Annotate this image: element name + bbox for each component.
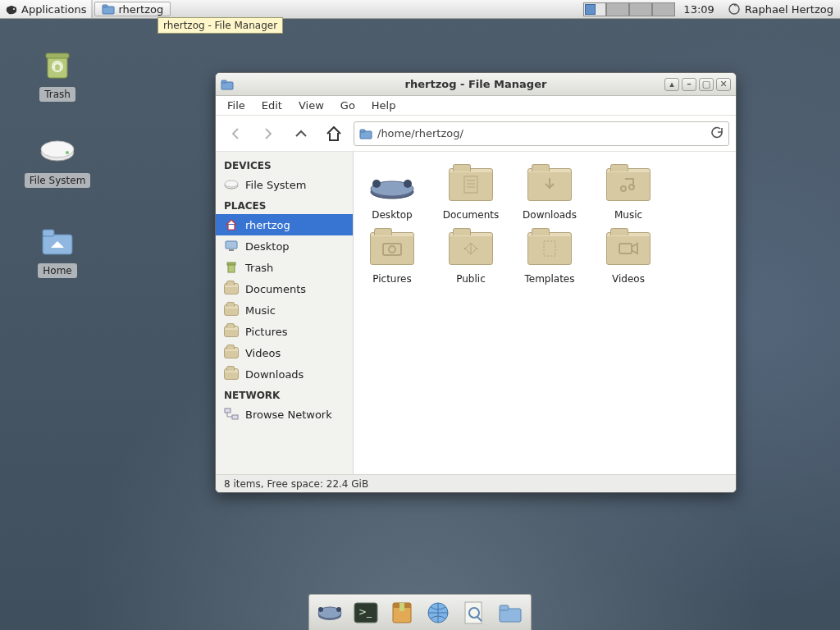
sidebar-header-places: PLACES (216, 195, 353, 214)
file-manager-window: rhertzog - File Manager ▴ – ▢ ✕ File Edi… (215, 72, 737, 493)
folder-item-public[interactable]: Public (439, 227, 503, 285)
workspace-1[interactable] (583, 2, 606, 16)
svg-rect-28 (464, 176, 477, 193)
sidebar-item-downloads[interactable]: Downloads (216, 363, 353, 385)
folder-icon (359, 127, 372, 140)
toolbar: /home/rhertzog/ (216, 116, 736, 152)
desktop-icon (224, 239, 239, 253)
titlebar[interactable]: rhertzog - File Manager ▴ – ▢ ✕ (216, 73, 736, 96)
svg-rect-21 (227, 262, 235, 265)
dock-item-web[interactable] (422, 598, 454, 628)
sidebar-item-home[interactable]: rhertzog (216, 214, 353, 235)
sidebar-item-pictures[interactable]: Pictures (216, 321, 353, 342)
menu-help[interactable]: Help (365, 98, 403, 113)
svg-point-8 (41, 141, 74, 158)
svg-point-32 (389, 246, 395, 253)
chevron-left-icon (228, 126, 243, 141)
svg-rect-13 (221, 80, 226, 83)
reload-icon (710, 126, 724, 139)
content-area[interactable]: Desktop Documents Downloads Music Pictur… (354, 152, 736, 474)
window-minimize-button[interactable]: – (682, 78, 696, 91)
sidebar-item-documents[interactable]: Documents (216, 278, 353, 299)
dock-item-folder[interactable] (495, 598, 526, 628)
svg-point-37 (318, 607, 323, 612)
folder-item-desktop[interactable]: Desktop (360, 163, 424, 221)
public-folder-icon (443, 227, 499, 270)
desktop-icon-trash[interactable]: Trash (16, 45, 98, 102)
svg-rect-34 (619, 244, 632, 253)
folder-item-templates[interactable]: Templates (518, 227, 582, 285)
folder-item-music[interactable]: Music (596, 163, 660, 221)
applications-menu[interactable]: Applications (0, 0, 92, 18)
taskbar-item-filemanager[interactable]: rhertzog (94, 2, 171, 16)
desktop-icon-home[interactable]: Home (16, 221, 98, 278)
clock[interactable]: 13:09 (677, 0, 720, 18)
svg-rect-2 (103, 5, 107, 7)
sidebar-item-desktop[interactable]: Desktop (216, 235, 353, 257)
music-folder-icon (600, 163, 656, 206)
chevron-up-icon (294, 126, 308, 141)
sidebar-item-trash[interactable]: Trash (216, 257, 353, 278)
dock: >_ (308, 594, 532, 630)
folder-icon (224, 367, 239, 381)
svg-rect-4 (48, 57, 67, 78)
trash-icon (38, 45, 77, 84)
drive-icon (224, 177, 239, 192)
svg-rect-18 (226, 241, 237, 249)
address-bar[interactable]: /home/rhertzog/ (354, 121, 729, 146)
folder-icon (224, 324, 239, 339)
desktop-icon-filesystem[interactable]: File System (16, 131, 98, 188)
menu-file[interactable]: File (221, 98, 252, 113)
taskbar-item-label: rhertzog (118, 3, 163, 16)
sidebar-item-music[interactable]: Music (216, 299, 353, 321)
dock-item-archive[interactable] (386, 598, 418, 628)
workspace-switcher[interactable] (582, 0, 677, 18)
xfce-mouse-icon (5, 2, 18, 16)
svg-rect-5 (46, 53, 69, 58)
sidebar-item-filesystem[interactable]: File System (216, 174, 353, 195)
chevron-right-icon (261, 126, 276, 141)
network-icon (224, 407, 239, 422)
nav-back-button[interactable] (222, 121, 249, 147)
desktop-folder-icon (364, 163, 420, 206)
panel-spacer (172, 0, 582, 18)
folder-icon (224, 303, 239, 317)
window-maximize-button[interactable]: ▢ (699, 78, 714, 91)
desktop-icon-label: Home (38, 263, 76, 278)
dock-item-search[interactable] (459, 598, 490, 628)
nav-home-button[interactable] (321, 121, 347, 147)
svg-point-9 (66, 151, 69, 154)
workspace-2[interactable] (606, 2, 629, 16)
menu-view[interactable]: View (292, 98, 331, 113)
folder-item-downloads[interactable]: Downloads (518, 163, 582, 221)
globe-icon (426, 600, 450, 625)
trash-icon (224, 260, 239, 275)
folder-item-label: Downloads (518, 209, 582, 221)
folder-item-label: Music (596, 209, 660, 221)
sidebar-item-label: Videos (245, 347, 281, 359)
folder-item-videos[interactable]: Videos (596, 227, 660, 285)
reload-button[interactable] (710, 126, 724, 141)
workspace-3[interactable] (629, 2, 652, 16)
status-bar: 8 items, Free space: 22.4 GiB (216, 474, 736, 492)
folder-item-pictures[interactable]: Pictures (360, 227, 424, 285)
window-close-button[interactable]: ✕ (716, 78, 731, 91)
home-icon (325, 125, 343, 143)
menu-edit[interactable]: Edit (255, 98, 289, 113)
sidebar-item-network[interactable]: Browse Network (216, 404, 353, 425)
sidebar-item-label: Downloads (245, 368, 304, 381)
window-shade-button[interactable]: ▴ (664, 78, 679, 91)
nav-up-button[interactable] (288, 121, 314, 147)
videos-folder-icon (600, 227, 656, 270)
dock-item-terminal[interactable]: >_ (350, 598, 381, 628)
nav-forward-button[interactable] (255, 121, 281, 147)
top-panel: Applications rhertzog 13:09 Raphael Hert… (0, 0, 840, 19)
svg-rect-33 (544, 241, 555, 256)
menu-go[interactable]: Go (334, 98, 362, 113)
sidebar-item-label: Documents (245, 283, 306, 295)
folder-item-documents[interactable]: Documents (439, 163, 503, 221)
workspace-4[interactable] (652, 2, 675, 16)
dock-item-files[interactable] (314, 598, 345, 628)
sidebar-item-videos[interactable]: Videos (216, 342, 353, 363)
user-menu[interactable]: Raphael Hertzog (721, 0, 840, 18)
